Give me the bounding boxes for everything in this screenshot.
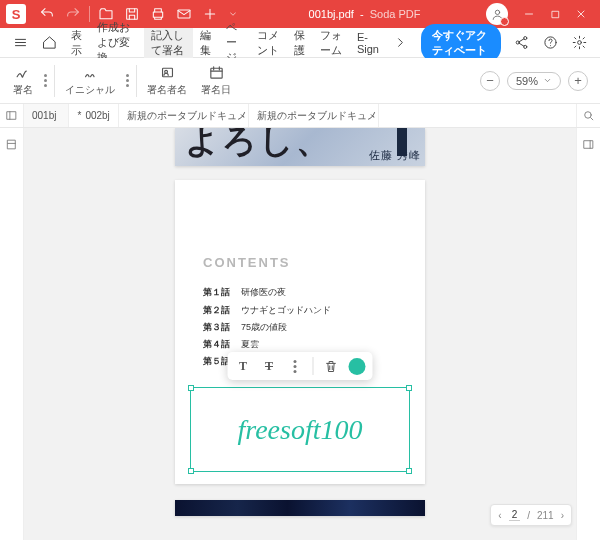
page-navigator: ‹ 2 / 211 › xyxy=(490,504,572,526)
menu-create[interactable]: 作成および変換 xyxy=(90,28,145,58)
close-button[interactable] xyxy=(569,2,593,26)
doc-tab-2[interactable]: *002bj xyxy=(69,104,118,127)
page-2: CONTENTS 第１話研修医の夜 第２話ウナギとゴッドハンド 第３話75歳の値… xyxy=(175,180,425,484)
toolbar-more[interactable] xyxy=(287,358,304,375)
tool-initial-more[interactable] xyxy=(122,65,133,97)
titlebar: S 001bj.pdf - Soda PDF xyxy=(0,0,600,28)
doc-tab-3[interactable]: 新規のポータブルドキュメント 2* xyxy=(119,104,249,127)
svg-rect-16 xyxy=(584,140,593,148)
toc-row: 第４話夏雲 xyxy=(203,336,397,353)
zoom-out-button[interactable]: − xyxy=(480,71,500,91)
pager-prev[interactable]: ‹ xyxy=(498,510,501,521)
font-style-1[interactable]: T xyxy=(235,358,252,375)
toolbar: 署名 イニシャル 署名者名 署名日 − 59% + xyxy=(0,58,600,104)
maximize-button[interactable] xyxy=(543,2,567,26)
panel-toggle-icon[interactable] xyxy=(0,104,24,127)
folder-icon[interactable] xyxy=(98,6,114,22)
workspace: よろし、 佐藤 秀峰 CONTENTS 第１話研修医の夜 第２話ウナギとゴッドハ… xyxy=(0,128,600,540)
pager-next[interactable]: › xyxy=(561,510,564,521)
toc-row: 第２話ウナギとゴッドハンド xyxy=(203,302,397,319)
undo-icon[interactable] xyxy=(39,6,55,22)
zoom-value[interactable]: 59% xyxy=(507,72,561,90)
tool-signer[interactable]: 署名者名 xyxy=(140,64,194,97)
print-icon[interactable] xyxy=(150,6,166,22)
handle-tr[interactable] xyxy=(406,385,412,391)
handle-br[interactable] xyxy=(406,468,412,474)
window-title: 001bj.pdf - Soda PDF xyxy=(243,8,486,20)
account-avatar[interactable] xyxy=(486,3,508,25)
menu-fill-sign[interactable]: 記入して署名 xyxy=(144,28,193,58)
svg-rect-0 xyxy=(127,9,138,20)
contents-heading: CONTENTS xyxy=(203,255,397,270)
svg-rect-15 xyxy=(8,140,16,149)
toc-row: 第１話研修医の夜 xyxy=(203,284,397,301)
svg-rect-1 xyxy=(153,12,162,17)
doc-tab-1[interactable]: 001bj xyxy=(24,104,69,127)
zoom-in-button[interactable]: + xyxy=(568,71,588,91)
pager-current[interactable]: 2 xyxy=(509,509,521,521)
tool-initial[interactable]: イニシャル xyxy=(58,64,122,97)
settings-icon[interactable] xyxy=(565,28,594,58)
svg-rect-12 xyxy=(210,68,221,78)
svg-rect-4 xyxy=(552,11,558,17)
svg-rect-13 xyxy=(7,112,16,120)
svg-point-9 xyxy=(578,41,582,45)
app-logo: S xyxy=(6,4,26,24)
pager-sep: / xyxy=(527,510,530,521)
minimize-button[interactable] xyxy=(517,2,541,26)
tool-sign-more[interactable] xyxy=(40,65,51,97)
signature-field[interactable]: freesoft100 xyxy=(190,387,410,472)
redo-icon[interactable] xyxy=(65,6,81,22)
home-icon[interactable] xyxy=(35,28,64,58)
page1-title: よろし、 xyxy=(185,128,332,164)
zoom-controls: − 59% + xyxy=(480,71,594,91)
handle-bl[interactable] xyxy=(188,468,194,474)
doc-tab-4[interactable]: 新規のポータブルドキュメント「3 xyxy=(249,104,379,127)
tool-date[interactable]: 署名日 xyxy=(194,64,238,97)
color-swatch[interactable] xyxy=(349,358,366,375)
svg-point-14 xyxy=(585,112,592,119)
document-viewport[interactable]: よろし、 佐藤 秀峰 CONTENTS 第１話研修医の夜 第２話ウナギとゴッドハ… xyxy=(24,128,576,540)
menu-protect[interactable]: 保護 xyxy=(287,28,313,58)
activate-button[interactable]: 今すぐアクティベート xyxy=(421,24,501,62)
titlebar-chevron-down-icon[interactable] xyxy=(228,6,238,22)
pager-total: 211 xyxy=(537,510,554,521)
add-icon[interactable] xyxy=(202,6,218,22)
signature-text: freesoft100 xyxy=(238,414,363,446)
page1-author: 佐藤 秀峰 xyxy=(369,148,421,163)
font-style-2[interactable]: T xyxy=(261,358,278,375)
menubar: 表示 作成および変換 記入して署名 編集 ページ コメント 保護 フォーム E-… xyxy=(0,28,600,58)
menu-view[interactable]: 表示 xyxy=(64,28,90,58)
share-icon[interactable] xyxy=(507,28,536,58)
svg-point-3 xyxy=(495,10,499,14)
svg-rect-2 xyxy=(178,10,190,18)
menu-overflow-icon[interactable] xyxy=(386,28,415,58)
toc-row: 第３話75歳の値段 xyxy=(203,319,397,336)
page-3-partial xyxy=(175,500,425,516)
menu-comment[interactable]: コメント xyxy=(250,28,287,58)
left-sidebar xyxy=(0,128,24,540)
signature-toolbar: T T xyxy=(228,352,373,380)
thumbnails-icon[interactable] xyxy=(0,132,24,156)
mail-icon[interactable] xyxy=(176,6,192,22)
menu-form[interactable]: フォーム xyxy=(313,28,350,58)
menu-page[interactable]: ページ xyxy=(219,28,250,58)
menu-esign[interactable]: E-Sign xyxy=(350,28,386,58)
delete-icon[interactable] xyxy=(323,358,340,375)
search-icon[interactable] xyxy=(576,104,600,127)
handle-tl[interactable] xyxy=(188,385,194,391)
page-1-partial: よろし、 佐藤 秀峰 xyxy=(175,128,425,166)
hamburger-icon[interactable] xyxy=(6,28,35,58)
right-sidebar xyxy=(576,128,600,540)
right-panel-icon[interactable] xyxy=(577,132,601,156)
tool-sign[interactable]: 署名 xyxy=(6,64,40,97)
document-tabs: 001bj *002bj 新規のポータブルドキュメント 2* 新規のポータブルド… xyxy=(0,104,600,128)
help-icon[interactable] xyxy=(536,28,565,58)
menu-edit[interactable]: 編集 xyxy=(193,28,219,58)
save-icon[interactable] xyxy=(124,6,140,22)
